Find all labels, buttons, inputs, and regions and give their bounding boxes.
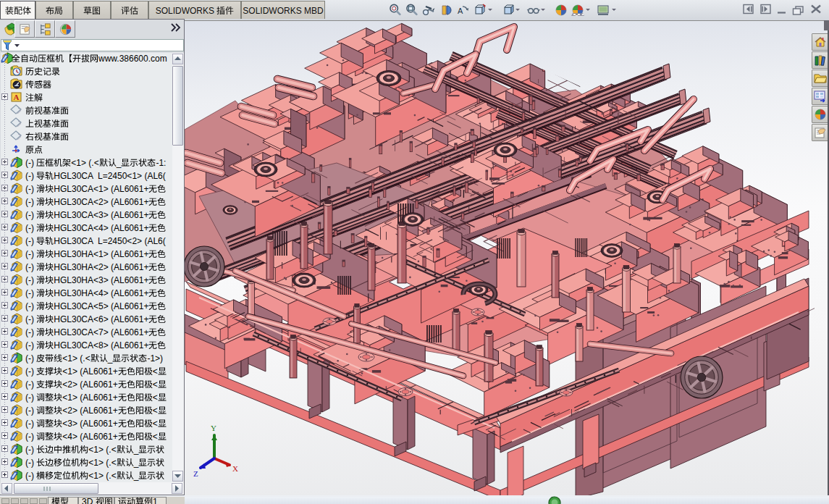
svg-text:Z: Z: [193, 469, 198, 478]
svg-text:A: A: [458, 7, 463, 15]
svg-text:X: X: [232, 464, 238, 473]
svg-text:A: A: [14, 93, 20, 101]
svg-text:Y: Y: [211, 424, 216, 432]
